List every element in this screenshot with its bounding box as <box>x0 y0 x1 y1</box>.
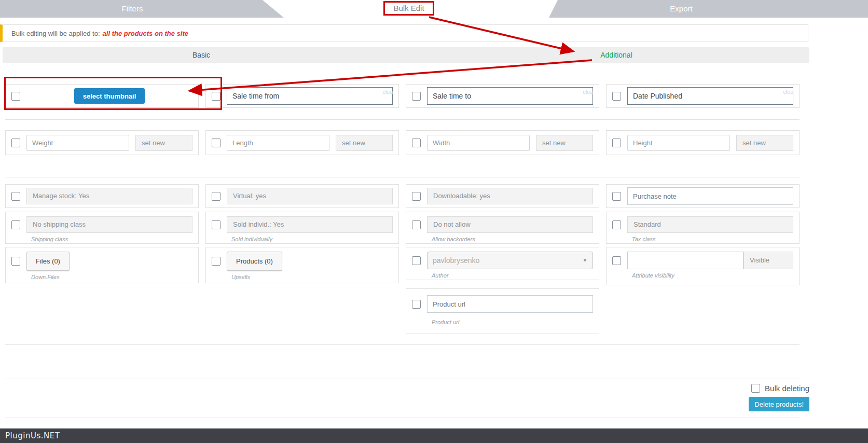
field-downloadable-files: Files (0) Down.Files <box>5 247 199 283</box>
tax-class-select[interactable]: Standard <box>627 216 793 233</box>
manage-stock-select[interactable]: Manage stock: Yes <box>26 188 192 204</box>
purchase-note-checkbox[interactable] <box>612 192 621 201</box>
height-input[interactable] <box>627 135 730 151</box>
sold-individually-checkbox[interactable] <box>212 220 221 229</box>
divider <box>5 177 800 177</box>
thumbnail-button-wrap: select thumbnail <box>26 88 192 104</box>
field-thumbnail: select thumbnail <box>5 84 199 108</box>
date-published-input[interactable] <box>627 87 793 105</box>
main-tabbar: Filters Bulk Edit Export <box>0 0 868 18</box>
sold-individually-caption: Sold individually <box>231 236 393 242</box>
allow-backorders-select[interactable]: Do not allow <box>427 216 593 233</box>
date-published-checkbox[interactable] <box>612 92 621 101</box>
tab-export[interactable]: Export <box>549 0 868 18</box>
upsells-checkbox[interactable] <box>212 257 221 266</box>
attribute-visibility-caption: Attribute visibility <box>632 272 793 279</box>
downloadable-checkbox[interactable] <box>412 192 421 201</box>
height-checkbox[interactable] <box>612 139 621 147</box>
tax-class-caption: Tax class <box>632 236 793 242</box>
product-url-input[interactable] <box>427 295 593 313</box>
sale-time-to-clear-link[interactable]: clear <box>583 89 593 95</box>
attribute-visibility-input[interactable] <box>627 252 743 269</box>
field-date-published: clear <box>606 84 800 108</box>
shipping-class-checkbox[interactable] <box>11 220 20 229</box>
tax-class-checkbox[interactable] <box>612 220 621 229</box>
virtual-checkbox[interactable] <box>212 192 221 201</box>
bulk-deleting-label: Bulk deleting <box>765 384 809 393</box>
tab-export-label: Export <box>549 0 814 18</box>
tab-bulk-edit[interactable]: Bulk Edit <box>384 0 434 16</box>
date-published-wrap: clear <box>627 87 793 105</box>
field-shipping-class: No shipping class Shipping class <box>5 212 199 244</box>
author-select-value: pavlobrysenko <box>433 256 479 265</box>
sale-time-to-input[interactable] <box>427 87 593 105</box>
field-weight: set new <box>5 130 199 155</box>
field-tax-class: Standard Tax class <box>606 212 800 244</box>
divider <box>5 418 800 418</box>
length-checkbox[interactable] <box>212 139 221 147</box>
sold-individually-select[interactable]: Sold individ.: Yes <box>227 216 393 233</box>
bulk-edit-page: Filters Bulk Edit Export Bulk editing wi… <box>0 0 868 443</box>
author-select[interactable]: pavlobrysenko ▼ <box>427 252 593 269</box>
sale-time-from-clear-link[interactable]: clear <box>382 89 393 95</box>
downloadable-files-checkbox[interactable] <box>11 257 20 266</box>
field-manage-stock: Manage stock: Yes <box>5 184 199 208</box>
chevron-down-icon: ▼ <box>583 258 587 263</box>
notice-text: Bulk editing will be applied to: <box>11 30 100 37</box>
files-button[interactable]: Files (0) <box>26 252 70 271</box>
field-author: pavlobrysenko ▼ Author <box>406 247 599 280</box>
delete-products-button[interactable]: Delete products! <box>749 397 809 411</box>
virtual-select[interactable]: Virtual: yes <box>227 188 393 204</box>
sale-time-from-checkbox[interactable] <box>212 92 221 101</box>
fields-subtab-bar: Basic Additional <box>3 47 809 63</box>
width-set-new-select[interactable]: set new <box>536 135 593 151</box>
field-upsells: Products (0) Upsells <box>205 247 399 283</box>
subtab-additional[interactable]: Additional <box>598 47 635 63</box>
shipping-class-select[interactable]: No shipping class <box>26 216 192 233</box>
height-set-new-select[interactable]: set new <box>736 135 793 151</box>
tab-filters-label: Filters <box>0 0 265 18</box>
tab-filters[interactable]: Filters <box>0 0 291 18</box>
sale-time-to-checkbox[interactable] <box>412 92 421 101</box>
attribute-visibility-checkbox[interactable] <box>612 256 621 265</box>
field-row-shipping: No shipping class Shipping class Sold in… <box>5 212 868 244</box>
weight-checkbox[interactable] <box>11 139 20 147</box>
sale-time-to-wrap: clear <box>427 87 593 105</box>
thumbnail-checkbox[interactable] <box>11 92 20 101</box>
date-published-clear-link[interactable]: clear <box>783 89 793 95</box>
upsells-caption: Upsells <box>231 274 393 280</box>
field-sale-time-to: clear <box>406 84 599 108</box>
length-input[interactable] <box>227 135 329 151</box>
product-url-checkbox[interactable] <box>412 300 421 309</box>
scope-notice: Bulk editing will be applied to: all the… <box>0 24 808 42</box>
products-button[interactable]: Products (0) <box>227 252 282 271</box>
field-sold-individually: Sold individ.: Yes Sold individually <box>205 212 399 244</box>
select-thumbnail-button[interactable]: select thumbnail <box>74 88 145 104</box>
allow-backorders-caption: Allow backorders <box>432 236 593 242</box>
width-input[interactable] <box>427 135 530 151</box>
downloadable-select[interactable]: Downloadable: yes <box>427 188 593 204</box>
bulk-deleting-checkbox[interactable] <box>751 384 760 393</box>
field-height: set new <box>606 130 800 155</box>
field-downloadable: Downloadable: yes <box>406 184 599 208</box>
field-allow-backorders: Do not allow Allow backorders <box>406 212 599 244</box>
field-width: set new <box>406 130 599 155</box>
divider <box>5 379 800 379</box>
attribute-visibility-select[interactable]: Visible <box>743 252 793 269</box>
manage-stock-checkbox[interactable] <box>11 192 20 201</box>
allow-backorders-checkbox[interactable] <box>412 220 421 229</box>
length-set-new-select[interactable]: set new <box>336 135 393 151</box>
weight-set-new-select[interactable]: set new <box>135 135 192 151</box>
subtab-basic[interactable]: Basic <box>3 47 400 63</box>
purchase-note-input[interactable] <box>627 187 793 205</box>
field-row-dates: select thumbnail clear clear clear <box>5 84 868 108</box>
product-url-caption: Product url <box>432 319 593 325</box>
sale-time-from-wrap: clear <box>227 87 393 105</box>
sale-time-from-input[interactable] <box>227 87 393 105</box>
footer-bar: PluginUs.NET <box>0 428 868 443</box>
width-checkbox[interactable] <box>412 139 421 147</box>
shipping-class-caption: Shipping class <box>31 236 192 242</box>
author-checkbox[interactable] <box>412 256 421 265</box>
weight-input[interactable] <box>26 135 129 151</box>
field-attribute-visibility: Visible Attribute visibility <box>606 247 800 285</box>
